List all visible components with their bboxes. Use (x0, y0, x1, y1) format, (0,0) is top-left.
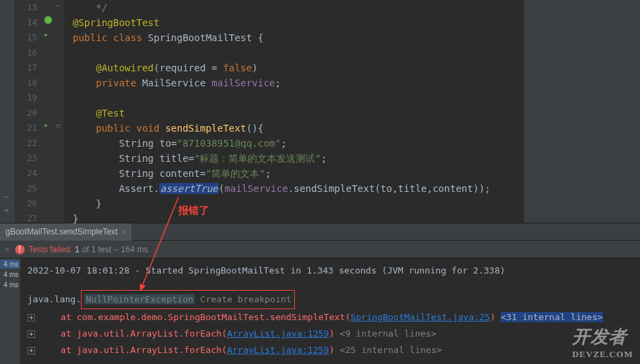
console-panel: 4 ms 4 ms 4 ms 2022-10-07 18:01:28 - Sta… (0, 258, 640, 364)
var-content: content (159, 168, 200, 179)
var-title: title (159, 153, 188, 164)
keyword-false: false (223, 62, 252, 73)
annotation-autowired: @Autowired (96, 62, 154, 73)
string-content: "简单的文本" (206, 168, 265, 179)
minimize-icon[interactable]: — (4, 192, 9, 201)
line-number[interactable]: 23 (15, 151, 37, 166)
line-number[interactable]: 17 (15, 60, 37, 75)
frame-text: at com.example.demo.SpringBootMailTest.s… (60, 312, 351, 322)
run-class-icon[interactable]: ▸ (44, 30, 49, 39)
arg-content: content (433, 183, 473, 194)
console-log-line: 2022-10-07 18:01:28 - Started SpringBoot… (27, 263, 633, 279)
test-failed-icon: ! (15, 245, 25, 254)
fold-toggle-icon[interactable]: ⊟ (56, 122, 60, 130)
code-editor[interactable]: — » 13 14 15 16 17 18 19 20 21 22 23 24 … (0, 0, 640, 223)
stack-frame: + at java.util.ArrayList.forEach(ArrayLi… (27, 326, 633, 342)
timing-badge: 4 ms (0, 270, 20, 279)
param-required: required (159, 62, 205, 73)
keyword-public: public (96, 123, 131, 134)
exception-prefix: java.lang. (27, 294, 81, 304)
line-number[interactable]: 26 (15, 196, 37, 211)
internal-lines-fold[interactable]: <25 internal lines> (340, 345, 442, 355)
tool-window-stripe[interactable]: — » (1, 0, 15, 223)
line-number[interactable]: 18 (15, 75, 37, 90)
fold-expand-icon[interactable]: + (27, 330, 35, 338)
method-call: sendSimpleText (294, 183, 375, 194)
method-asserttrue: assertTrue (159, 183, 218, 194)
frame-close: ) (329, 328, 335, 339)
line-number[interactable]: 20 (15, 106, 37, 121)
line-number[interactable]: 21 (15, 121, 37, 136)
fold-expand-icon[interactable]: + (27, 347, 35, 354)
line-number[interactable]: 13 (15, 0, 37, 15)
console-output[interactable]: 2022-10-07 18:01:28 - Started SpringBoot… (21, 258, 640, 364)
chevron-right-icon[interactable]: » (5, 245, 10, 253)
class-name: SpringBootMailTest (148, 32, 252, 43)
keyword-public: public (73, 32, 108, 43)
exception-name[interactable]: NullPointerException (84, 294, 195, 304)
tests-failed-count: 1 (75, 245, 80, 254)
fold-column[interactable]: ⌐ ⊟ (56, 0, 64, 223)
test-tree-timings[interactable]: 4 ms 4 ms 4 ms (0, 258, 21, 364)
line-number[interactable]: 27 (15, 211, 37, 226)
expand-icon[interactable]: » (4, 206, 9, 215)
type-string: String (119, 153, 154, 164)
console-exception-line: java.lang.NullPointerExceptionCreate bre… (27, 290, 633, 309)
gutter-icons: ⬤ ▸ ▸ (43, 0, 56, 223)
source-link[interactable]: ArrayList.java:1259 (227, 328, 329, 339)
test-toolbar: » ! Tests failed: 1 of 1 test – 164 ms (0, 241, 640, 258)
string-title: "标题：简单的文本发送测试" (194, 153, 321, 164)
spring-icon[interactable]: ⬤ (44, 15, 52, 24)
frame-text: at java.util.ArrayList.forEach( (60, 345, 227, 355)
annotation-springboottest: @SpringBootTest (73, 17, 159, 28)
line-number-gutter[interactable]: 13 14 15 16 17 18 19 20 21 22 23 24 25 2… (15, 0, 43, 223)
source-link[interactable]: SpringBootMailTest.java:25 (351, 312, 490, 322)
type-mailservice: MailService (142, 77, 206, 88)
code-content[interactable]: */ @SpringBootTest public class SpringBo… (64, 0, 523, 223)
exception-highlight-box[interactable]: NullPointerExceptionCreate breakpoint (81, 290, 295, 309)
var-to: to (159, 138, 171, 149)
stack-frame: + at com.example.demo.SpringBootMailTest… (27, 309, 633, 326)
line-number[interactable]: 24 (15, 166, 37, 181)
internal-lines-fold[interactable]: <31 internal lines> (501, 312, 603, 322)
tests-total: of 1 test (82, 245, 112, 254)
create-breakpoint-link[interactable]: Create breakpoint (200, 294, 292, 304)
stack-frame: + at java.util.ArrayList.forEach(ArrayLi… (27, 342, 633, 359)
tests-time: – 164 ms (114, 245, 147, 254)
error-annotation-label: 报错了 (178, 204, 209, 217)
frame-text: at java.util.ArrayList.forEach( (60, 328, 227, 339)
annotation-test: @Test (96, 108, 125, 119)
frame-close: ) (329, 345, 335, 355)
arg-title: title (398, 183, 427, 194)
run-tab-label: gBootMailTest.sendSimpleText (5, 227, 117, 236)
source-link[interactable]: ArrayList.java:1259 (227, 345, 329, 355)
class-assert: Assert (119, 183, 154, 194)
field-ref: mailService (224, 183, 288, 194)
type-string: String (119, 168, 154, 179)
line-number[interactable]: 25 (15, 181, 37, 196)
timing-badge: 4 ms (0, 260, 20, 269)
internal-lines-fold[interactable]: <9 internal lines> (340, 328, 436, 339)
field-mailservice: mailService (211, 77, 275, 88)
arg-to: to (381, 183, 392, 194)
line-number[interactable]: 15 (15, 30, 37, 45)
run-test-icon[interactable]: ▸ (44, 121, 49, 130)
fold-expand-icon[interactable]: + (27, 314, 35, 321)
watermark-main: 开发者 (572, 327, 627, 347)
line-number[interactable]: 22 (15, 136, 37, 151)
fold-end-icon[interactable]: ⌐ (56, 2, 60, 10)
keyword-class: class (113, 32, 142, 43)
tests-failed-label: Tests failed: (29, 245, 72, 254)
frame-close: ) (490, 312, 495, 322)
keyword-void: void (137, 123, 160, 134)
line-number[interactable]: 14 (15, 15, 37, 30)
watermark: 开发者 DEVZE.COM (572, 325, 633, 360)
line-number[interactable]: 19 (15, 90, 37, 106)
keyword-private: private (96, 77, 137, 88)
watermark-sub: DEVZE.COM (572, 349, 633, 360)
close-icon[interactable]: × (121, 228, 126, 236)
string-to: "871038951@qq.com" (177, 138, 281, 149)
type-string: String (119, 138, 154, 149)
line-number[interactable]: 16 (15, 45, 37, 60)
editor-right-panel (523, 0, 640, 223)
